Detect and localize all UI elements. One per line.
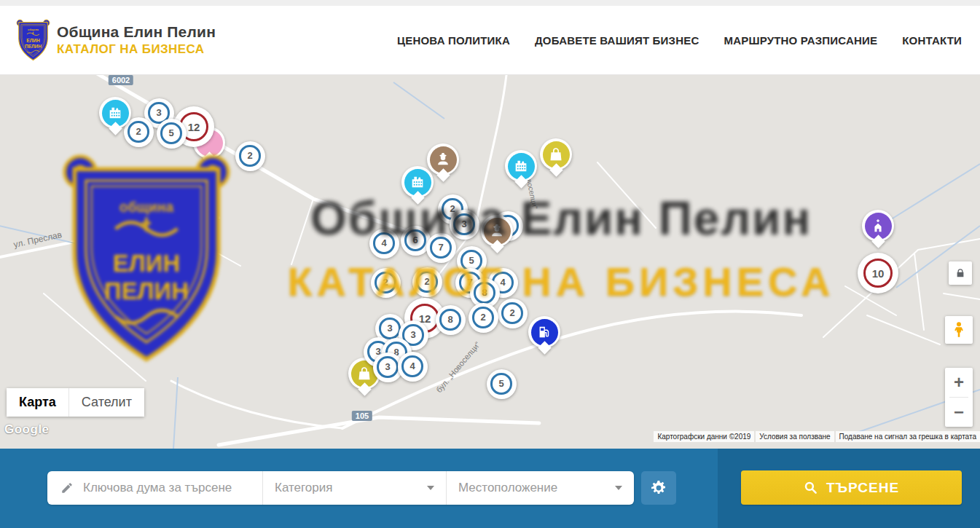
brand[interactable]: община ЕЛИН ПЕЛИН Община Елин Пелин КАТА… (16, 19, 216, 61)
attribution-copyright: Картографски данни ©2019 (654, 431, 754, 442)
map-pin-marker[interactable] (481, 215, 513, 251)
main-nav: ЦЕНОВА ПОЛИТИКА ДОБАВЕТЕ ВАШИЯТ БИЗНЕС М… (397, 6, 962, 74)
road-number-label: 105 (352, 411, 372, 421)
map-zoom-control: + − (945, 368, 973, 427)
municipality-crest-logo: община ЕЛИН ПЕЛИН (16, 19, 50, 61)
google-logo[interactable]: Google (4, 422, 50, 437)
nav-item-contacts[interactable]: КОНТАКТИ (902, 34, 962, 47)
chevron-down-icon (615, 486, 622, 490)
gear-icon (650, 479, 667, 497)
google-map[interactable]: 6002105ул. Преславбул. „Новоселци“„Новос… (0, 75, 980, 449)
search-button-label: ТЪРСЕНЕ (826, 480, 899, 496)
map-cluster-marker[interactable]: 2 (469, 303, 498, 333)
page-top-strip (0, 0, 980, 6)
chevron-down-icon (427, 486, 434, 490)
keyword-search-input[interactable] (83, 481, 258, 495)
search-submit-button[interactable]: ТЪРСЕНЕ (741, 470, 962, 505)
map-type-satellite-button[interactable]: Сателит (68, 388, 144, 417)
nav-item-pricing[interactable]: ЦЕНОВА ПОЛИТИКА (397, 34, 510, 47)
map-cluster-marker[interactable]: 5 (487, 369, 517, 399)
map-cluster-marker[interactable]: 2 (371, 268, 401, 298)
map-cluster-marker[interactable]: 4 (398, 352, 428, 382)
map-cluster-marker[interactable]: 7 (426, 233, 456, 263)
map-lock-button[interactable] (949, 261, 972, 285)
map-cluster-marker[interactable]: 4 (369, 229, 399, 259)
nav-item-route-schedule[interactable]: МАРШРУТНО РАЗПИСАНИЕ (724, 34, 877, 47)
road-number-label: 6002 (109, 75, 133, 85)
zoom-in-button[interactable]: + (945, 368, 973, 397)
site-subtitle: КАТАЛОГ НА БИЗНЕСА (57, 42, 216, 57)
pegman-icon (950, 321, 968, 339)
svg-text:ЕЛИН: ЕЛИН (26, 38, 40, 43)
keyword-section (47, 471, 262, 505)
street-view-pegman-button[interactable] (945, 316, 973, 344)
map-pin-marker[interactable] (401, 166, 434, 202)
map-type-map-button[interactable]: Карта (7, 388, 68, 417)
search-bar: Категория Местоположение ТЪРСЕНЕ (0, 449, 980, 528)
map-cluster-marker[interactable]: 2 (235, 141, 265, 171)
site-header: община ЕЛИН ПЕЛИН Община Елин Пелин КАТА… (0, 6, 980, 75)
advanced-settings-button[interactable] (641, 471, 676, 505)
site-title: Община Елин Пелин (57, 23, 216, 41)
map-pin-marker[interactable] (99, 97, 131, 133)
map-attribution: Картографски данни ©2019 Условия за полз… (654, 431, 980, 442)
map-pin-marker[interactable] (862, 210, 894, 246)
zoom-out-button[interactable]: − (945, 398, 973, 427)
map-cluster-marker[interactable]: 8 (436, 305, 466, 335)
map-cluster-marker[interactable]: 5 (157, 119, 187, 149)
map-pin-marker[interactable] (528, 316, 560, 352)
map-cluster-marker[interactable]: 2 (412, 267, 442, 297)
search-icon (804, 481, 818, 494)
map-pin-marker[interactable] (540, 138, 572, 175)
map-cluster-marker[interactable]: 3 (450, 210, 479, 240)
location-dropdown[interactable]: Местоположение (446, 471, 634, 505)
map-cluster-marker[interactable]: 6 (401, 226, 431, 256)
lock-icon (955, 268, 965, 278)
category-dropdown-label: Категория (275, 481, 332, 495)
location-dropdown-label: Местоположение (458, 481, 557, 495)
nav-item-add-business[interactable]: ДОБАВЕТЕ ВАШИЯТ БИЗНЕС (535, 34, 699, 47)
svg-text:ПЕЛИН: ПЕЛИН (25, 44, 42, 49)
map-type-control: Карта Сателит (7, 388, 144, 417)
map-cluster-marker[interactable]: 10 (858, 253, 898, 293)
map-pin-marker[interactable] (505, 150, 537, 186)
search-input-group: Категория Местоположение (47, 471, 634, 505)
report-map-error-link[interactable]: Подаване на сигнал за грешка в картата (836, 431, 980, 442)
map-cluster-marker[interactable]: 2 (498, 299, 528, 328)
terms-of-use-link[interactable]: Условия за ползване (756, 431, 834, 442)
category-dropdown[interactable]: Категория (262, 471, 446, 505)
svg-text:община: община (28, 28, 39, 31)
pencil-icon (60, 481, 74, 494)
